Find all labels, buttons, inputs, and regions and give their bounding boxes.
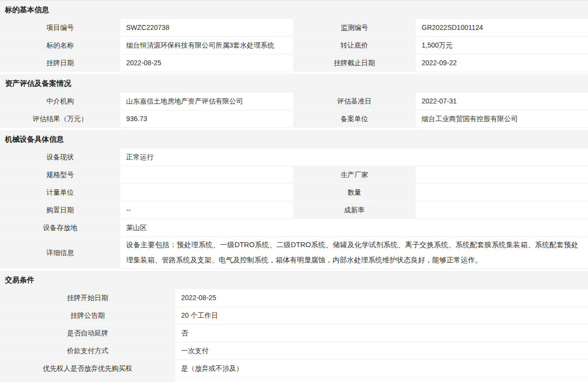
field-value [120, 184, 293, 202]
table-row: 详细信息 设备主要包括：预处理系统、一级DTRO系统、二级DTRO系统、储罐及化… [0, 237, 588, 269]
field-label: 规格型号 [0, 166, 120, 184]
table-row: 设备存放地 莱山区 [0, 219, 588, 237]
field-label: 优先权人是否放弃优先购买权 [0, 360, 175, 378]
field-value: 2022-09-22 [416, 54, 588, 72]
table-row: 规格型号 生产厂家 [0, 166, 588, 184]
field-label: 挂牌公告期 [0, 307, 175, 325]
section-title: 交易条件 [0, 271, 588, 289]
field-value: 2022-08-25 [120, 54, 293, 72]
field-value: -- [120, 202, 293, 219]
field-value: 莱山区 [120, 219, 588, 237]
table-row: 评估结果（万元） 936.73 备案单位 烟台工业商贸国有控股有限公司 [0, 110, 588, 128]
field-value [416, 184, 588, 202]
field-value: 山东嘉信土地房地产资产评估有限公司 [120, 93, 293, 110]
field-label: 挂牌日期 [0, 54, 120, 72]
field-label: 中介机构 [0, 93, 120, 110]
asset-listing-detail-page: 标的基本信息 项目编号 SWZC220738 监测编号 GR2022SD1001… [0, 0, 588, 382]
field-label: 数量 [293, 184, 416, 202]
field-label: 转让底价 [293, 37, 416, 54]
field-label [0, 378, 175, 382]
field-value: GR2022SD1001124 [416, 19, 588, 37]
section-basic-info: 标的基本信息 项目编号 SWZC220738 监测编号 GR2022SD1001… [0, 0, 588, 72]
field-label: 备案单位 [293, 110, 416, 128]
table-row: 计量单位 数量 [0, 184, 588, 202]
field-label: 设备现状 [0, 149, 120, 166]
field-value: 设备主要包括：预处理系统、一级DTRO系统、二级DTRO系统、储罐及化学试剂系统… [120, 237, 588, 269]
field-label: 计量单位 [0, 184, 120, 202]
section-equipment-info: 机械设备具体信息 设备现状 正常运行 规格型号 生产厂家 计量单位 数量 购置日… [0, 130, 588, 269]
field-value: 是（放弃或不涉及） [175, 360, 588, 378]
field-label: 评估结果（万元） [0, 110, 120, 128]
field-value: SWZC220738 [120, 19, 293, 37]
table-row: 项目编号 SWZC220738 监测编号 GR2022SD1001124 [0, 19, 588, 37]
field-label: 生产厂家 [293, 166, 416, 184]
field-value [175, 378, 588, 382]
field-value: 2022-07-31 [416, 93, 588, 110]
field-value [416, 166, 588, 184]
section-trade-conditions: 交易条件 挂牌开始日期 2022-08-25 挂牌公告期 20 个工作日 是否自… [0, 271, 588, 382]
field-label: 挂牌截止日期 [293, 54, 416, 72]
field-label: 挂牌开始日期 [0, 289, 175, 307]
field-label: 成新率 [293, 202, 416, 219]
field-value: 一次支付 [175, 342, 588, 360]
table-row: 中介机构 山东嘉信土地房地产资产评估有限公司 评估基准日 2022-07-31 [0, 93, 588, 110]
field-value: 2022-08-25 [175, 289, 588, 307]
field-value [120, 166, 293, 184]
table-row: 设备现状 正常运行 [0, 149, 588, 166]
table-row: 挂牌日期 2022-08-25 挂牌截止日期 2022-09-22 [0, 54, 588, 72]
field-label: 标的名称 [0, 37, 120, 54]
field-label: 评估基准日 [293, 93, 416, 110]
field-label: 监测编号 [293, 19, 416, 37]
section-appraisal-info: 资产评估及备案情况 中介机构 山东嘉信土地房地产资产评估有限公司 评估基准日 2… [0, 74, 588, 128]
partial-next-row [0, 378, 588, 382]
table-row: 价款支付方式 一次支付 [0, 342, 588, 360]
field-label: 详细信息 [0, 237, 120, 269]
field-label: 项目编号 [0, 19, 120, 37]
field-label: 价款支付方式 [0, 342, 175, 360]
table-row: 挂牌开始日期 2022-08-25 [0, 289, 588, 307]
field-value [416, 202, 588, 219]
field-value: 否 [175, 325, 588, 342]
table-row: 标的名称 烟台恒清源环保科技有限公司所属3套水处理系统 转让底价 1,500万元 [0, 37, 588, 54]
field-value: 烟台工业商贸国有控股有限公司 [416, 110, 588, 128]
table-row: 购置日期 -- 成新率 [0, 202, 588, 219]
section-title: 标的基本信息 [0, 0, 588, 19]
table-row: 是否自动延牌 否 [0, 325, 588, 342]
field-label: 是否自动延牌 [0, 325, 175, 342]
table-row: 优先权人是否放弃优先购买权 是（放弃或不涉及） [0, 360, 588, 378]
table-row: 挂牌公告期 20 个工作日 [0, 307, 588, 325]
section-title: 机械设备具体信息 [0, 130, 588, 149]
field-value: 20 个工作日 [175, 307, 588, 325]
field-value: 1,500万元 [416, 37, 588, 54]
field-value: 936.73 [120, 110, 293, 128]
section-title: 资产评估及备案情况 [0, 74, 588, 93]
field-value: 正常运行 [120, 149, 588, 166]
field-value: 烟台恒清源环保科技有限公司所属3套水处理系统 [120, 37, 293, 54]
field-label: 设备存放地 [0, 219, 120, 237]
field-label: 购置日期 [0, 202, 120, 219]
